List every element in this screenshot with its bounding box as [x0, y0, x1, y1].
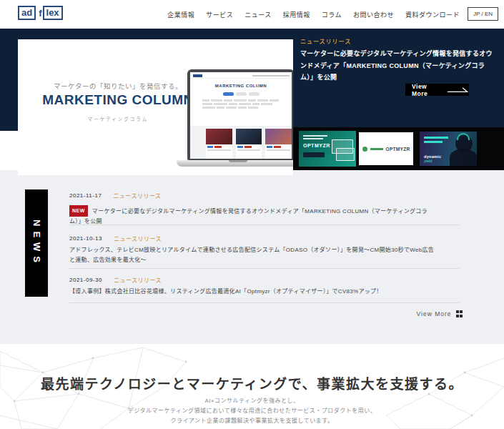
person-photo-body	[450, 149, 477, 166]
mini-article-cards	[190, 126, 292, 159]
divider	[69, 302, 459, 303]
carousel-thumb-optmyzr-banner[interactable]: OPTMYZR	[299, 131, 356, 167]
thumb1-pill	[303, 152, 325, 157]
hero-card[interactable]: マーケターの「知りたい」を発信する。 MARKETING COLUMN マーケテ…	[18, 39, 293, 175]
card-title: MARKETING COLUMN	[31, 92, 205, 108]
mission-line-1: AI×コンサルティングを強みとし、	[0, 396, 504, 404]
partner-logo-text	[370, 148, 383, 150]
thumb1-window-graphic2	[336, 148, 355, 161]
headphones-icon	[457, 133, 470, 140]
news-date: 2021-09-30	[69, 277, 102, 283]
mission-section: 最先端テクノロジーとマーケティングで、事業拡大を支援する。 AI×コンサルティン…	[0, 344, 504, 429]
news-item-1-title[interactable]: NEWマーケターに必要なデジタルマーケティング情報を発信するオウンドメディア「M…	[69, 205, 438, 227]
page: ad f lex 企業情報 サービス ニュース 採用情報 コラム お問い合わせ …	[0, 0, 504, 429]
laptop-screen-content: MARKETING COLUMN	[190, 72, 292, 159]
nav-recruit[interactable]: 採用情報	[283, 10, 310, 19]
mission-line-3: クライアント企業の課題解決や事業拡大を支援しています。	[0, 416, 504, 424]
logo-ad: ad	[18, 6, 36, 20]
news-category: ニュースリリース	[113, 192, 161, 199]
laptop-mockup: MARKETING COLUMN	[187, 69, 293, 160]
news-date: 2021-11-17	[69, 192, 102, 199]
divider	[69, 268, 459, 269]
grid-icon	[456, 310, 463, 317]
view-more-label: View More	[405, 83, 443, 97]
arrow-right-icon	[447, 87, 469, 94]
news-category: ニュースリリース	[114, 276, 162, 284]
release-category-label: ニュースリリース	[300, 37, 351, 45]
mini-site-title: MARKETING COLUMN	[190, 84, 292, 88]
news-item-1-meta: 2021-11-17 ニュースリリース	[69, 192, 162, 199]
carousel-thumb-dynamic-yield[interactable]: dynamicyield	[420, 132, 477, 166]
mini-tag-rows	[202, 99, 280, 109]
release-title[interactable]: マーケターに必要なデジタルマーケティング情報を発信するオウンドメディア「MARK…	[300, 48, 493, 84]
new-badge: NEW	[69, 205, 88, 217]
news-item-3-title[interactable]: 【導入事例】株式会社日比谷花壇様、リスティング広告最適化AI「Optmyzr（オ…	[69, 287, 438, 297]
site-header: ad f lex 企業情報 サービス ニュース 採用情報 コラム お問い合わせ …	[0, 0, 504, 29]
news-date: 2021-10-13	[69, 235, 102, 242]
mini-nav	[252, 75, 290, 77]
news-item-2-title[interactable]: アドフレックス、テレビCM放映とリアルタイムで連動させる広告配信システム「ODA…	[69, 245, 438, 265]
laptop-notch	[229, 160, 247, 162]
news-section: NEWS 2021-11-17 ニュースリリース NEWマーケターに必要なデジタ…	[0, 170, 504, 344]
mission-line-2: デジタルマーケティング領域において様々な用途に合わせたサービス・プロダクトを用い…	[0, 406, 504, 414]
dynamic-yield-logo: dynamicyield	[424, 154, 441, 163]
card-subtitle: マーケティングコラム	[43, 115, 193, 122]
logo-lex: lex	[43, 6, 63, 20]
nav-column[interactable]: コラム	[322, 10, 342, 19]
language-toggle[interactable]: JP / EN	[468, 7, 498, 21]
nav-company[interactable]: 企業情報	[167, 10, 194, 19]
card-tagline: マーケターの「知りたい」を発信する。	[43, 81, 193, 91]
nav-news[interactable]: ニュース	[244, 10, 272, 19]
news-item-2-meta: 2021-10-13 ニュースリリース	[69, 235, 162, 242]
news-view-more-button[interactable]: View More	[69, 310, 463, 317]
nav-service[interactable]: サービス	[206, 10, 233, 19]
adflex-logo[interactable]: ad f lex	[18, 6, 63, 20]
thumb2-brand: OPTMYZR	[386, 147, 410, 152]
news-section-label: NEWS	[25, 189, 48, 297]
news-item-3-meta: 2021-09-30 ニュースリリース	[69, 276, 162, 284]
partner-logo-icon	[362, 147, 367, 152]
divider	[69, 225, 459, 225]
logo-f: f	[36, 8, 42, 19]
mini-filter-pills	[190, 92, 292, 96]
mission-title: 最先端テクノロジーとマーケティングで、事業拡大を支援する。	[0, 373, 504, 393]
nav-download[interactable]: 資料ダウンロード	[405, 10, 460, 19]
mini-logo	[193, 74, 202, 77]
main-nav: 企業情報 サービス ニュース 採用情報 コラム お問い合わせ 資料ダウンロード	[167, 0, 460, 29]
nav-contact[interactable]: お問い合わせ	[353, 10, 394, 19]
news-category: ニュースリリース	[114, 235, 162, 242]
thumb1-brand: OPTMYZR	[303, 143, 330, 148]
carousel-thumb-logos[interactable]: OPTMYZR	[359, 132, 413, 165]
release-view-more-button[interactable]: View More	[405, 84, 469, 96]
